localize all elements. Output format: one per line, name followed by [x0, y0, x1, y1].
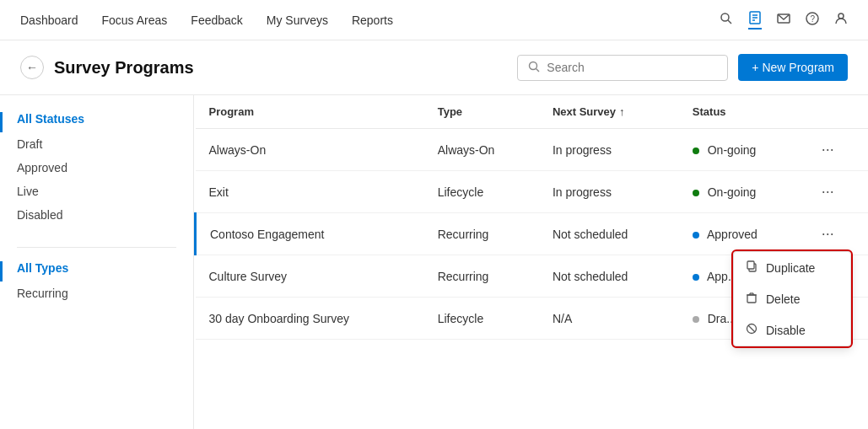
status-label: Approved	[707, 228, 757, 241]
cell-status: On-going	[679, 171, 805, 213]
cell-program: Exit	[196, 171, 424, 213]
status-label: On-going	[708, 185, 757, 199]
col-program: Program	[196, 95, 424, 129]
disable-label: Disable	[766, 324, 806, 337]
delete-label: Delete	[766, 292, 800, 306]
nav-icons: ?	[720, 11, 848, 29]
cell-next-survey: Not scheduled	[539, 213, 679, 255]
status-dot	[693, 190, 699, 196]
nav-my-surveys[interactable]: My Surveys	[267, 13, 328, 27]
mail-icon[interactable]	[777, 12, 790, 29]
search-box	[517, 55, 728, 81]
disable-icon	[746, 323, 757, 337]
sidebar: All Statuses Draft Approved Live Disable…	[0, 95, 194, 429]
cell-type: Recurring	[424, 213, 539, 255]
sidebar-all-types[interactable]: All Types	[0, 261, 193, 282]
more-options-button[interactable]: ···	[818, 183, 838, 201]
cell-next-survey: N/A	[539, 298, 679, 340]
nav-focus-areas[interactable]: Focus Areas	[102, 13, 168, 27]
next-survey-label: Next Survey	[553, 105, 616, 118]
delete-icon	[746, 292, 757, 306]
svg-line-20	[748, 325, 755, 332]
more-options-button[interactable]: ···	[818, 141, 838, 158]
status-label: On-going	[708, 143, 757, 157]
cell-next-survey: Not scheduled	[539, 255, 679, 298]
table-area: Program Type Next Survey ↑ Status	[194, 95, 868, 429]
svg-rect-13	[747, 261, 754, 269]
svg-point-0	[721, 13, 729, 21]
table-row[interactable]: Always-On Always-On In progress On-going…	[196, 129, 869, 171]
nav-links: Dashboard Focus Areas Feedback My Survey…	[20, 13, 393, 27]
duplicate-icon	[746, 260, 757, 275]
sidebar-divider	[17, 247, 176, 248]
search-input[interactable]	[547, 61, 717, 74]
svg-point-9	[838, 13, 844, 19]
status-dot	[693, 274, 699, 281]
header-actions: + New Program	[517, 54, 848, 81]
sort-arrow-icon: ↑	[619, 105, 625, 118]
table-row[interactable]: Contoso Engagement Recurring Not schedul…	[196, 213, 869, 255]
cell-status: On-going	[679, 129, 805, 171]
context-menu-disable[interactable]: Disable	[734, 314, 850, 346]
cell-next-survey: In progress	[539, 129, 679, 171]
user-icon[interactable]	[834, 12, 848, 29]
main-container: ← Survey Programs + New Program All Stat…	[0, 40, 868, 429]
status-dot	[693, 232, 699, 239]
sidebar-all-statuses[interactable]: All Statuses	[0, 112, 193, 132]
cell-program: Contoso Engagement	[196, 213, 424, 255]
svg-text:?: ?	[811, 14, 816, 24]
col-actions	[805, 95, 868, 129]
context-menu-duplicate[interactable]: Duplicate	[734, 252, 850, 283]
status-dot	[693, 316, 699, 323]
more-options-button[interactable]: ···	[818, 225, 838, 243]
sidebar-item-approved[interactable]: Approved	[0, 156, 193, 180]
help-icon[interactable]: ?	[806, 12, 819, 29]
col-type: Type	[424, 95, 539, 129]
cell-type: Lifecycle	[424, 171, 539, 213]
cell-program: Culture Survey	[196, 255, 424, 298]
page-header: ← Survey Programs + New Program	[0, 40, 868, 95]
survey-icon[interactable]	[748, 11, 762, 29]
cell-program: Always-On	[196, 129, 424, 171]
cell-type: Always-On	[424, 129, 539, 171]
context-menu-delete[interactable]: Delete	[734, 283, 850, 314]
cell-type: Lifecycle	[424, 298, 539, 340]
cell-more: ···	[805, 213, 868, 255]
top-nav: Dashboard Focus Areas Feedback My Survey…	[0, 0, 868, 40]
cell-next-survey: In progress	[539, 171, 679, 213]
col-next-survey[interactable]: Next Survey ↑	[539, 95, 679, 129]
sidebar-item-draft[interactable]: Draft	[0, 132, 193, 156]
back-button[interactable]: ←	[20, 56, 44, 79]
cell-more: ···	[805, 129, 868, 171]
page-title-area: ← Survey Programs	[20, 56, 194, 79]
page-title: Survey Programs	[54, 58, 194, 78]
sidebar-types-section: All Types Recurring	[0, 261, 193, 305]
cell-more: ···	[805, 171, 868, 213]
nav-reports[interactable]: Reports	[352, 13, 393, 27]
svg-point-10	[530, 62, 537, 69]
cell-status: Approved	[679, 213, 805, 255]
cell-type: Recurring	[424, 255, 539, 298]
col-status: Status	[679, 95, 805, 129]
sidebar-item-disabled[interactable]: Disabled	[0, 203, 193, 227]
sidebar-status-section: All Statuses Draft Approved Live Disable…	[0, 112, 193, 227]
status-dot	[693, 147, 699, 154]
search-icon[interactable]	[720, 12, 733, 29]
svg-line-11	[536, 68, 540, 72]
content-area: All Statuses Draft Approved Live Disable…	[0, 95, 868, 429]
new-program-button[interactable]: + New Program	[738, 54, 848, 81]
sidebar-item-recurring[interactable]: Recurring	[0, 282, 193, 305]
svg-line-1	[728, 20, 731, 24]
search-icon	[528, 61, 540, 75]
sidebar-item-live[interactable]: Live	[0, 180, 193, 203]
table-row[interactable]: Exit Lifecycle In progress On-going ···	[196, 171, 869, 213]
nav-dashboard[interactable]: Dashboard	[20, 13, 78, 27]
context-menu: Duplicate Delete Disable	[733, 251, 851, 346]
svg-rect-14	[747, 295, 756, 303]
nav-feedback[interactable]: Feedback	[191, 13, 242, 27]
cell-program: 30 day Onboarding Survey	[196, 298, 424, 340]
status-label: Dra...	[708, 312, 736, 325]
duplicate-label: Duplicate	[766, 261, 815, 275]
